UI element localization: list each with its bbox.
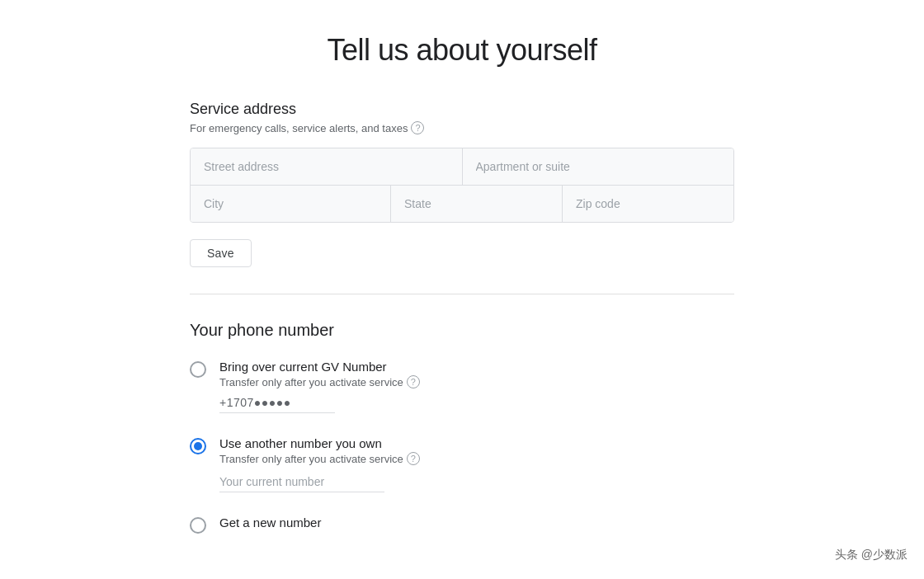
radio-bring-gv-content: Bring over current GV Number Transfer on… xyxy=(219,360,734,413)
use-own-sublabel: Transfer only after you activate service… xyxy=(219,452,734,465)
service-address-section: Service address For emergency calls, ser… xyxy=(190,101,734,267)
use-own-help-icon[interactable]: ? xyxy=(407,452,420,465)
radio-option-get-new: Get a new number xyxy=(190,515,734,534)
address-row-2 xyxy=(191,185,733,222)
radio-use-own-content: Use another number you own Transfer only… xyxy=(219,436,734,492)
phone-section: Your phone number Bring over current GV … xyxy=(190,321,734,534)
street-address-input[interactable] xyxy=(191,148,462,185)
city-input[interactable] xyxy=(191,186,390,222)
radio-use-own[interactable] xyxy=(190,438,206,454)
page-title: Tell us about yourself xyxy=(190,33,734,68)
watermark: 头条 @少数派 xyxy=(835,548,908,563)
save-button[interactable]: Save xyxy=(190,239,252,267)
use-own-label: Use another number you own xyxy=(219,436,734,450)
bring-gv-label: Bring over current GV Number xyxy=(219,360,734,374)
service-address-subtitle: For emergency calls, service alerts, and… xyxy=(190,121,734,134)
apt-suite-input[interactable] xyxy=(462,148,734,185)
get-new-label: Get a new number xyxy=(219,515,734,530)
radio-get-new-content: Get a new number xyxy=(219,515,734,531)
address-grid xyxy=(190,148,734,223)
radio-bring-gv[interactable] xyxy=(190,361,206,378)
radio-option-bring-gv: Bring over current GV Number Transfer on… xyxy=(190,360,734,413)
gv-phone-number: +1707●●●●● xyxy=(219,396,335,413)
bring-gv-help-icon[interactable]: ? xyxy=(407,375,420,388)
phone-section-title: Your phone number xyxy=(190,321,734,340)
bring-gv-sublabel: Transfer only after you activate service… xyxy=(219,375,734,388)
state-input[interactable] xyxy=(390,186,562,222)
service-address-title: Service address xyxy=(190,101,734,118)
zip-input[interactable] xyxy=(562,186,733,222)
service-address-help-icon[interactable]: ? xyxy=(411,121,424,134)
current-number-input[interactable] xyxy=(219,472,384,492)
radio-option-use-own: Use another number you own Transfer only… xyxy=(190,436,734,492)
address-row-1 xyxy=(191,148,733,185)
section-divider xyxy=(190,294,734,294)
radio-get-new[interactable] xyxy=(190,517,206,534)
